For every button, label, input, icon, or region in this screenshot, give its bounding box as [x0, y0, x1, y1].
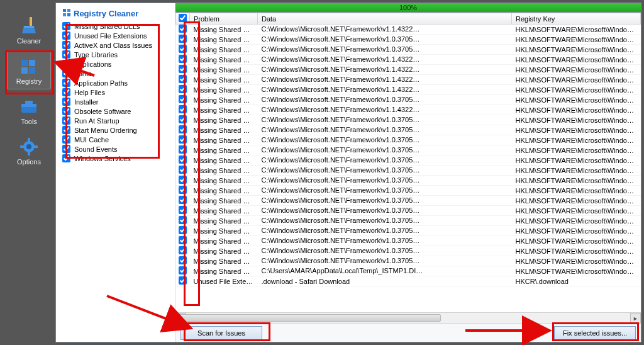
- category-checkbox[interactable]: [62, 116, 70, 125]
- table-row[interactable]: Missing Shared DLLC:\Windows\Microsoft.N…: [176, 95, 641, 105]
- table-row[interactable]: Missing Shared DLLC:\Windows\Microsoft.N…: [176, 226, 641, 236]
- table-row[interactable]: Missing Shared DLLC:\Windows\Microsoft.N…: [176, 75, 641, 85]
- row-checkbox[interactable]: [179, 105, 187, 113]
- category-checkbox[interactable]: [62, 88, 70, 96]
- row-checkbox[interactable]: [179, 125, 187, 133]
- results-grid[interactable]: Problem Data Registry Key Missing Shared…: [175, 13, 641, 312]
- table-row[interactable]: Missing Shared DLLC:\Windows\Microsoft.N…: [176, 115, 641, 125]
- row-checkbox[interactable]: [179, 115, 187, 123]
- horizontal-scrollbar[interactable]: ◄ ►: [175, 312, 641, 323]
- category-checkbox[interactable]: [62, 50, 70, 59]
- table-row[interactable]: Missing Shared DLLC:\Windows\Microsoft.N…: [176, 45, 641, 55]
- row-checkbox[interactable]: [179, 166, 187, 174]
- table-row[interactable]: Missing Shared DLLC:\Windows\Microsoft.N…: [176, 216, 641, 226]
- row-checkbox[interactable]: [179, 256, 187, 264]
- row-checkbox[interactable]: [179, 65, 187, 73]
- category-item[interactable]: Run At Startup: [61, 116, 171, 125]
- table-row[interactable]: Missing Shared DLLC:\Windows\Microsoft.N…: [176, 186, 641, 196]
- table-row[interactable]: Unused File Extension.download - Safari …: [176, 276, 641, 286]
- category-item[interactable]: Type Libraries: [61, 50, 171, 59]
- row-checkbox[interactable]: [179, 156, 187, 164]
- table-row[interactable]: Missing Shared DLLC:\Windows\Microsoft.N…: [176, 125, 641, 135]
- table-row[interactable]: Missing Shared DLLC:\Windows\Microsoft.N…: [176, 135, 641, 145]
- table-row[interactable]: Missing Shared DLLC:\Windows\Microsoft.N…: [176, 55, 641, 65]
- category-item[interactable]: Windows Services: [61, 154, 171, 163]
- col-data[interactable]: Data: [258, 13, 512, 25]
- table-row[interactable]: Missing Shared DLLC:\Windows\Microsoft.N…: [176, 156, 641, 166]
- row-checkbox[interactable]: [179, 75, 187, 83]
- row-checkbox[interactable]: [179, 25, 187, 33]
- category-item[interactable]: Installer: [61, 97, 171, 106]
- category-item[interactable]: Fonts: [61, 69, 171, 78]
- category-checkbox[interactable]: [62, 126, 70, 134]
- table-row[interactable]: Missing Shared DLLC:\Windows\Microsoft.N…: [176, 196, 641, 206]
- table-row[interactable]: Missing Shared DLLC:\Windows\Microsoft.N…: [176, 35, 641, 45]
- category-checkbox[interactable]: [62, 79, 70, 87]
- cell-data: C:\Windows\Microsoft.NET\Framework\v1.0.…: [258, 35, 512, 45]
- row-checkbox[interactable]: [179, 145, 187, 154]
- scroll-thumb[interactable]: [177, 314, 441, 322]
- table-row[interactable]: Missing Shared DLLC:\Windows\Microsoft.N…: [176, 176, 641, 186]
- category-item[interactable]: ActiveX and Class Issues: [61, 40, 171, 50]
- row-checkbox[interactable]: [179, 196, 187, 204]
- nav-cleaner[interactable]: Cleaner: [7, 11, 51, 49]
- cell-data: C:\Windows\Microsoft.NET\Framework\v1.0.…: [258, 246, 512, 256]
- row-checkbox[interactable]: [179, 226, 187, 234]
- category-item[interactable]: Applications: [61, 59, 171, 69]
- table-row[interactable]: Missing Shared DLLC:\Windows\Microsoft.N…: [176, 85, 641, 95]
- col-regkey[interactable]: Registry Key: [512, 13, 641, 25]
- category-item[interactable]: Application Paths: [61, 78, 171, 88]
- category-item[interactable]: Missing Shared DLLs: [61, 21, 171, 31]
- category-item[interactable]: MUI Cache: [61, 135, 171, 144]
- table-row[interactable]: Missing Shared DLLC:\Windows\Microsoft.N…: [176, 256, 641, 266]
- row-checkbox[interactable]: [179, 236, 187, 244]
- nav-tools[interactable]: Tools: [7, 92, 51, 130]
- row-checkbox[interactable]: [179, 276, 187, 285]
- category-checkbox[interactable]: [62, 98, 70, 106]
- row-checkbox[interactable]: [179, 55, 187, 63]
- row-checkbox[interactable]: [179, 216, 187, 224]
- row-checkbox[interactable]: [179, 135, 187, 144]
- nav-options[interactable]: Options: [7, 132, 51, 170]
- fix-button[interactable]: Fix selected issues...: [554, 326, 636, 340]
- category-checkbox[interactable]: [62, 60, 70, 68]
- nav-registry[interactable]: Registry: [7, 52, 51, 89]
- category-item[interactable]: Unused File Extensions: [61, 31, 171, 40]
- table-row[interactable]: Missing Shared DLLC:\Users\AMAR\AppData\…: [176, 266, 641, 276]
- table-row[interactable]: Missing Shared DLLC:\Windows\Microsoft.N…: [176, 206, 641, 216]
- category-checkbox[interactable]: [62, 145, 70, 153]
- category-checkbox[interactable]: [62, 31, 70, 40]
- row-checkbox[interactable]: [179, 85, 187, 93]
- cell-regkey: HKLM\SOFTWARE\Microsoft\Windows\Cur: [512, 166, 641, 176]
- row-checkbox[interactable]: [179, 95, 187, 103]
- table-row[interactable]: Missing Shared DLLC:\Windows\Microsoft.N…: [176, 166, 641, 176]
- row-checkbox[interactable]: [179, 176, 187, 184]
- cell-problem: Missing Shared DLL: [190, 186, 258, 196]
- category-checkbox[interactable]: [62, 135, 70, 144]
- row-checkbox[interactable]: [179, 246, 187, 254]
- scan-button[interactable]: Scan for Issues: [180, 326, 262, 340]
- category-checkbox[interactable]: [62, 107, 70, 115]
- col-problem[interactable]: Problem: [190, 13, 258, 25]
- scroll-right-arrow[interactable]: ►: [630, 313, 641, 324]
- table-row[interactable]: Missing Shared DLLC:\Windows\Microsoft.N…: [176, 65, 641, 75]
- row-checkbox[interactable]: [179, 45, 187, 53]
- category-checkbox[interactable]: [62, 41, 70, 49]
- row-checkbox[interactable]: [179, 186, 187, 194]
- row-checkbox[interactable]: [179, 206, 187, 214]
- category-item[interactable]: Help Files: [61, 88, 171, 97]
- category-checkbox[interactable]: [62, 154, 70, 162]
- table-row[interactable]: Missing Shared DLLC:\Windows\Microsoft.N…: [176, 236, 641, 246]
- row-checkbox[interactable]: [179, 266, 187, 274]
- category-checkbox[interactable]: [62, 69, 70, 77]
- category-item[interactable]: Obsolete Software: [61, 106, 171, 116]
- col-check[interactable]: [176, 13, 190, 25]
- category-checkbox[interactable]: [62, 22, 70, 30]
- category-item[interactable]: Start Menu Ordering: [61, 125, 171, 135]
- table-row[interactable]: Missing Shared DLLC:\Windows\Microsoft.N…: [176, 145, 641, 156]
- row-checkbox[interactable]: [179, 35, 187, 43]
- table-row[interactable]: Missing Shared DLLC:\Windows\Microsoft.N…: [176, 246, 641, 256]
- table-row[interactable]: Missing Shared DLLC:\Windows\Microsoft.N…: [176, 25, 641, 35]
- table-row[interactable]: Missing Shared DLLC:\Windows\Microsoft.N…: [176, 105, 641, 115]
- category-item[interactable]: Sound Events: [61, 144, 171, 154]
